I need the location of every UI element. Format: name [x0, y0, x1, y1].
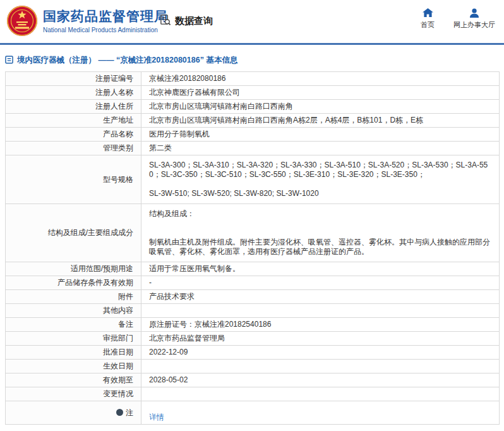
row-value: 产品技术要求: [141, 290, 500, 304]
row-label: 管理类别: [6, 142, 141, 155]
row-value: 北京市药品监督管理局: [141, 332, 500, 346]
row-label: 产品储存条件及有效期: [6, 276, 141, 290]
nav-home-label: 首页: [421, 20, 435, 30]
row-value: 原注册证号：京械注准20182540186: [141, 318, 500, 332]
header-nav: 首页 网上办事大厅: [421, 8, 495, 30]
table-row: 产品储存条件及有效期 -: [6, 276, 500, 290]
row-label: 生效日期: [6, 360, 141, 373]
table-row-model-specs: 型号规格 SL-3A-300；SL-3A-310；SL-3A-320；SL-3A…: [6, 155, 500, 204]
data-query-tab[interactable]: 数据查询: [159, 14, 213, 28]
table-row: 适用范围/预期用途 适用于常压医用氧气制备。: [6, 262, 500, 276]
table-row-note: 注 详情: [6, 401, 500, 425]
breadcrumb: 境内医疗器械（注册） —— “京械注准20182080186” 基本信息: [5, 55, 504, 66]
row-value: [141, 304, 500, 318]
table-row: 备注 原注册证号：京械注准20182540186: [6, 318, 500, 332]
form-icon: [5, 56, 13, 66]
row-label: 批准日期: [6, 346, 141, 360]
row-label: 附件: [6, 290, 141, 304]
row-label: 型号规格: [6, 155, 141, 204]
table-row: 产品名称 医用分子筛制氧机: [6, 128, 500, 142]
row-value: [141, 360, 500, 373]
note-icon: [116, 409, 123, 416]
brand-text: 国家药品监督管理局 National Medical Products Admi…: [43, 8, 168, 33]
table-row: 管理类别 第二类: [6, 142, 500, 155]
table-row: 生效日期: [6, 360, 500, 373]
data-query-icon: [159, 14, 171, 28]
row-label: 变更情况: [6, 387, 141, 401]
breadcrumb-text: 境内医疗器械（注册） —— “京械注准20182080186” 基本信息: [17, 55, 237, 66]
table-row: 有效期至 2028-05-02: [6, 373, 500, 387]
national-emblem-icon: [6, 5, 38, 37]
row-value: 京械注准20182080186: [141, 72, 500, 86]
nav-service-hall[interactable]: 网上办事大厅: [453, 8, 495, 30]
detail-link[interactable]: 详情: [149, 413, 164, 422]
table-row: 变更情况: [6, 387, 500, 401]
row-value: 北京市房山区琉璃河镇路村南白路口西南角A栋2层，A栋4层，B栋101，D栋，E栋: [141, 114, 500, 128]
registration-info-table: 注册证编号 京械注准20182080186 注册人名称 北京神鹿医疗器械有限公司…: [5, 71, 500, 425]
table-row: 生产地址 北京市房山区琉璃河镇路村南白路口西南角A栋2层，A栋4层，B栋101，…: [6, 114, 500, 128]
row-label: 注册证编号: [6, 72, 141, 86]
table-row: 注册人名称 北京神鹿医疗器械有限公司: [6, 86, 500, 100]
row-label: 注: [6, 401, 141, 425]
row-label: 注册人住所: [6, 100, 141, 114]
row-value: 2022-12-09: [141, 346, 500, 360]
row-label: 结构及组成/主要组成成分: [6, 204, 141, 262]
note-label: 注: [126, 408, 133, 417]
row-value: -: [141, 276, 500, 290]
site-header: 国家药品监督管理局 National Medical Products Admi…: [0, 0, 504, 43]
header-divider: [0, 43, 504, 45]
row-label: 注册人名称: [6, 86, 141, 100]
table-row: 审批部门 北京市药品监督管理局: [6, 332, 500, 346]
table-row: 注册证编号 京械注准20182080186: [6, 72, 500, 86]
table-row: 注册人住所 北京市房山区琉璃河镇路村南白路口西南角: [6, 100, 500, 114]
row-value: [141, 387, 500, 401]
row-value: 详情: [141, 401, 500, 425]
row-label: 备注: [6, 318, 141, 332]
table-row: 批准日期 2022-12-09: [6, 346, 500, 360]
nav-hall-label: 网上办事大厅: [453, 20, 495, 30]
table-row: 附件 产品技术要求: [6, 290, 500, 304]
home-icon: [423, 8, 433, 18]
table-row-structure: 结构及组成/主要组成成分 结构及组成： 制氧机由主机及附件组成。附件主要为湿化杯…: [6, 204, 500, 262]
table-row: 其他内容: [6, 304, 500, 318]
row-value: 第二类: [141, 142, 500, 155]
data-query-label: 数据查询: [175, 15, 213, 27]
row-value: SL-3A-300；SL-3A-310；SL-3A-320；SL-3A-330；…: [141, 155, 500, 204]
row-value: 2028-05-02: [141, 373, 500, 387]
row-label: 生产地址: [6, 114, 141, 128]
org-name-cn: 国家药品监督管理局: [43, 8, 168, 25]
page: 国家药品监督管理局 National Medical Products Admi…: [0, 0, 504, 431]
row-value: 北京神鹿医疗器械有限公司: [141, 86, 500, 100]
row-value: 适用于常压医用氧气制备。: [141, 262, 500, 276]
org-name-en: National Medical Products Administration: [43, 27, 168, 33]
nav-home[interactable]: 首页: [421, 8, 435, 30]
row-label: 其他内容: [6, 304, 141, 318]
row-value: 北京市房山区琉璃河镇路村南白路口西南角: [141, 100, 500, 114]
row-label: 审批部门: [6, 332, 141, 346]
row-value: 结构及组成： 制氧机由主机及附件组成。附件主要为湿化杯、吸氧管、遥控器、雾化杯。…: [141, 204, 500, 262]
row-label: 产品名称: [6, 128, 141, 142]
row-label: 有效期至: [6, 373, 141, 387]
brand[interactable]: 国家药品监督管理局 National Medical Products Admi…: [6, 5, 168, 37]
person-icon: [469, 8, 479, 18]
row-value: 医用分子筛制氧机: [141, 128, 500, 142]
row-label: 适用范围/预期用途: [6, 262, 141, 276]
